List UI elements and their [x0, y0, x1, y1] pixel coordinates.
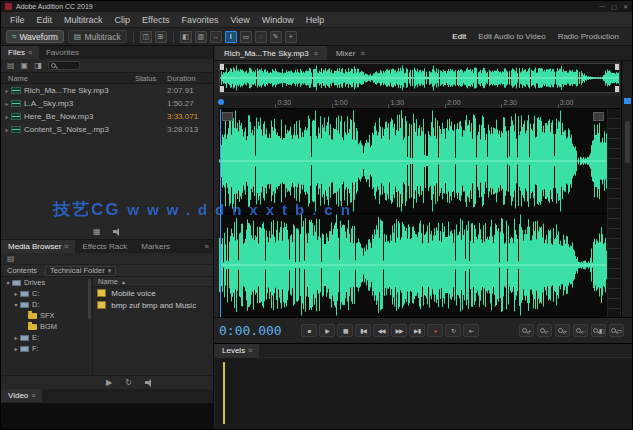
panel-menu-icon[interactable]: ≡	[64, 243, 68, 250]
layout-split-icon[interactable]: ⊞	[155, 31, 167, 43]
tab-editor-file[interactable]: Rich_Ma...The Sky.mp3 ≡	[215, 46, 327, 60]
rewind-button[interactable]: ◀◀	[373, 324, 389, 337]
playhead-marker[interactable]	[218, 99, 224, 105]
maximize-button[interactable]: ▢	[611, 3, 617, 10]
skip-to-start-button[interactable]: ▮◀	[355, 324, 371, 337]
media-list-item[interactable]: Mobile voice	[93, 287, 213, 299]
time-selection-tool[interactable]: I	[225, 31, 237, 43]
overview-right-handle[interactable]	[615, 86, 619, 92]
tab-files[interactable]: Files ≡	[1, 46, 39, 59]
menu-view[interactable]: View	[224, 15, 255, 25]
panel-menu-icon[interactable]: ≡	[248, 347, 252, 354]
overview-right-handle[interactable]	[615, 64, 619, 70]
speaker-icon[interactable]	[113, 228, 122, 236]
stop-button[interactable]: ■	[301, 324, 317, 337]
multitrack-view-button[interactable]: ▤ Multitrack	[68, 30, 127, 43]
tab-levels[interactable]: Levels ≡	[215, 344, 259, 357]
menu-effects[interactable]: Effects	[136, 15, 175, 25]
slip-tool[interactable]: ↔	[210, 31, 222, 43]
menu-file[interactable]: File	[4, 15, 31, 25]
overview-waveform-canvas[interactable]	[220, 64, 619, 92]
zoom-to-selection-button[interactable]: ◧	[591, 324, 606, 337]
close-button[interactable]: ✕	[623, 3, 628, 10]
import-file-icon[interactable]: ▤	[7, 61, 15, 70]
spot-healing-tool[interactable]: +	[285, 31, 297, 43]
time-display[interactable]: 0:00.000	[219, 323, 301, 338]
menu-edit[interactable]: Edit	[31, 15, 59, 25]
waveform-overview[interactable]	[219, 63, 620, 93]
panel-menu-icon[interactable]: ≡	[31, 392, 35, 399]
tree-scrollbar[interactable]	[88, 279, 91, 319]
media-list-header[interactable]: Name ▲	[93, 277, 213, 287]
panel-menu-icon[interactable]: ≡	[314, 50, 318, 57]
tree-item-e[interactable]: ▸E:	[1, 332, 92, 343]
play-button[interactable]: ▶	[319, 324, 335, 337]
column-duration[interactable]: Duration	[167, 74, 213, 83]
speaker-icon[interactable]	[145, 379, 154, 387]
hud-icon[interactable]	[222, 112, 233, 121]
skip-to-end-button[interactable]: ▶▮	[409, 324, 425, 337]
overview-left-handle[interactable]	[220, 64, 224, 70]
tree-item-c[interactable]: ▸C:	[1, 288, 92, 299]
tab-media-browser[interactable]: Media Browser ≡	[1, 240, 75, 253]
preview-play-icon[interactable]: ▶	[106, 378, 112, 387]
tab-markers[interactable]: Markers	[134, 240, 177, 253]
file-list-item[interactable]: ▸Rich_Ma...The Sky.mp32:07.91	[1, 84, 213, 97]
workspace-edit[interactable]: Edit	[452, 32, 466, 41]
tree-twirl-icon[interactable]: ▸	[12, 334, 20, 341]
panel-menu-icon[interactable]: ≡	[28, 49, 32, 56]
tab-mixer[interactable]: Mixer ≡	[327, 46, 374, 60]
zoom-out-time-button[interactable]: −	[573, 324, 588, 337]
minimize-button[interactable]: —	[599, 3, 605, 10]
waveform-display[interactable]	[219, 109, 620, 317]
tree-twirl-icon[interactable]: ▾	[4, 279, 12, 286]
pause-button[interactable]: ▮▮	[337, 324, 353, 337]
workspace-edit-audio-to-video[interactable]: Edit Audio to Video	[478, 32, 545, 41]
tree-twirl-icon[interactable]: ▾	[12, 301, 20, 308]
tab-video[interactable]: Video ≡	[1, 389, 42, 402]
twirl-icon[interactable]: ▸	[3, 113, 11, 120]
file-list-item[interactable]: ▸Content_S_Noise_.mp33:28.013	[1, 123, 213, 136]
tree-item-bgm[interactable]: BGM	[1, 321, 92, 332]
file-list-item[interactable]: ▸Here_Be_Now.mp33:33.071	[1, 110, 213, 123]
folder-up-icon[interactable]: ▤	[7, 254, 15, 263]
tab-favorites[interactable]: Favorites	[39, 46, 86, 59]
workspace-radio-production[interactable]: Radio Production	[558, 32, 619, 41]
skip-selection-button[interactable]: ⇤	[463, 324, 479, 337]
lasso-selection-tool[interactable]: ◌	[255, 31, 267, 43]
layout-single-icon[interactable]: ◫	[140, 31, 152, 43]
waveform-view-button[interactable]: ≈ Waveform	[6, 30, 64, 43]
folder-dropdown[interactable]: Technical Folder ▾	[45, 266, 116, 276]
panel-menu-icon[interactable]: ≡	[360, 50, 364, 57]
fast-forward-button[interactable]: ▶▶	[391, 324, 407, 337]
zoom-in-time-button[interactable]: +	[555, 324, 570, 337]
media-list-item[interactable]: bmp zuf bmp and Music	[93, 299, 213, 311]
menu-help[interactable]: Help	[300, 15, 331, 25]
twirl-icon[interactable]: ▸	[3, 100, 11, 107]
menu-favorites[interactable]: Favorites	[175, 15, 224, 25]
menu-multitrack[interactable]: Multitrack	[58, 15, 109, 25]
file-list-item[interactable]: ▸L.A._Sky.mp31:50.27	[1, 97, 213, 110]
loop-preview-icon[interactable]: ↻	[125, 378, 132, 387]
zoom-out-button[interactable]: −	[537, 324, 552, 337]
new-content-icon[interactable]: ▣	[21, 61, 29, 70]
column-status[interactable]: Status	[135, 74, 167, 83]
open-media-icon[interactable]: ◨	[34, 61, 42, 70]
files-search-input[interactable]	[48, 61, 80, 70]
scroll-marker[interactable]	[624, 98, 631, 104]
zoom-in-button[interactable]: +	[519, 324, 534, 337]
tab-overflow-icon[interactable]: »	[201, 240, 213, 253]
razor-tool[interactable]: ▥	[195, 31, 207, 43]
loop-playback-button[interactable]: ↻	[445, 324, 461, 337]
column-name[interactable]: Name	[1, 74, 135, 83]
scroll-thumb[interactable]	[625, 121, 630, 163]
vertical-scrollbar[interactable]	[621, 61, 632, 317]
zoom-full-button[interactable]: ▭	[609, 324, 624, 337]
menu-window[interactable]: Window	[256, 15, 300, 25]
tree-item-d[interactable]: ▾D:	[1, 299, 92, 310]
paintbrush-selection-tool[interactable]: ✎	[270, 31, 282, 43]
hud-icon[interactable]	[593, 112, 604, 121]
twirl-icon[interactable]: ▸	[3, 126, 11, 133]
tree-twirl-icon[interactable]: ▸	[12, 345, 20, 352]
tree-item-sfx[interactable]: SFX	[1, 310, 92, 321]
